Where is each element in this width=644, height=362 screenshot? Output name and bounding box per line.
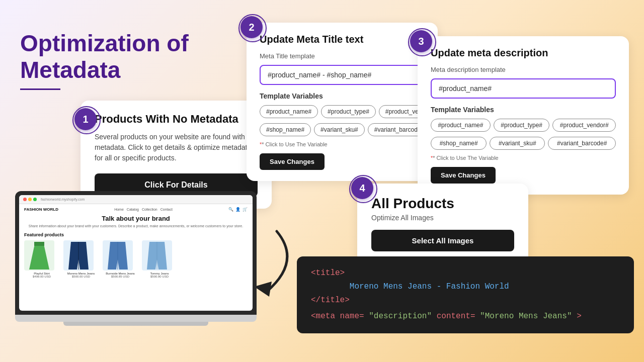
jeans-light-svg: [147, 242, 167, 269]
code-attr-val-name: "description": [369, 312, 432, 321]
step-2-badge: 2: [240, 16, 263, 38]
nav-home: Home: [114, 208, 124, 211]
title-underline: [20, 88, 60, 90]
product-img-1: [24, 240, 54, 270]
template-vars-label2: Template Variables: [260, 92, 425, 100]
tag-product-type-3[interactable]: #product_type#: [494, 119, 550, 132]
browser-url: fashionworld.myshopify.com: [41, 198, 85, 201]
tag-product-type-2[interactable]: #product_type#: [321, 105, 376, 118]
desc-tags-row1: #product_name# #product_type# #product_v…: [431, 119, 616, 132]
tag-variant-sku-2[interactable]: #variant_sku#: [314, 123, 365, 136]
laptop-screen-outer: fashionworld.myshopify.com FASHION WORLD…: [15, 191, 257, 315]
tag-product-name-2[interactable]: #product_name#: [260, 105, 318, 118]
desc-tags-row2: #shop_name# #variant_sku# #variant_barco…: [431, 137, 616, 150]
card4-subtitle: Optimize All Images: [371, 214, 514, 222]
step-4-badge: 4: [351, 177, 373, 199]
tag-variant-sku-3[interactable]: #variant_sku#: [490, 137, 545, 150]
product-card-2: Moreno Mens Jeans $500.00 USD: [63, 240, 99, 278]
svg-marker-0: [254, 282, 272, 297]
card2-title: Update Meta Title text: [260, 34, 425, 45]
laptop-mockup: fashionworld.myshopify.com FASHION WORLD…: [15, 191, 257, 326]
svg-marker-1: [29, 242, 49, 269]
product-card-1: Playful Skirt $499.00 USD: [24, 240, 59, 278]
tag-variant-barcode-3[interactable]: #variant_barcode#: [548, 137, 616, 150]
nav-catalog: Catalog: [127, 208, 139, 211]
svg-rect-2: [34, 242, 44, 246]
product-price-3: $500.85 USD: [103, 275, 138, 278]
site-logo: FASHION WORLD: [24, 207, 58, 212]
main-heading-section: Optimization of Metadata: [20, 30, 231, 105]
step-1-badge: 1: [74, 108, 97, 130]
laptop-stand: [63, 322, 208, 326]
nav-collection: Collection: [142, 208, 157, 211]
card4-title: All Products: [371, 196, 514, 212]
code-title-text: Moreno Mens Jeans - Fashion World: [311, 282, 509, 291]
code-line-3: </title>: [311, 294, 620, 307]
card-meta-desc: Update meta description Meta description…: [418, 36, 629, 195]
select-all-images-button[interactable]: Select All Images: [371, 230, 514, 251]
code-tag-open: <title>: [311, 268, 345, 278]
featured-label: Featured products: [24, 232, 248, 237]
nav-contact: Contact: [160, 208, 173, 211]
site-nav-links: Home Catalog Collection Contact: [114, 208, 173, 211]
laptop-screen-inner: fashionworld.myshopify.com FASHION WORLD…: [19, 195, 253, 311]
save-changes-button-2[interactable]: Save Changes: [260, 153, 325, 170]
laptop-base: [15, 315, 257, 322]
products-row: Playful Skirt $499.00 USD Moreno Mens Je…: [24, 240, 248, 278]
meta-desc-label: Meta description template: [431, 66, 616, 73]
code-block: <title> Moreno Mens Jeans - Fashion Worl…: [297, 256, 634, 333]
site-hero-title: Talk about your brand: [24, 215, 248, 222]
click-hint-3: ** Click to Use The Variable: [431, 155, 616, 161]
code-meta-close: >: [577, 312, 582, 321]
step-3-badge: 3: [410, 30, 432, 52]
site-hero-sub: Share information about your brand with …: [24, 224, 248, 228]
meta-desc-input[interactable]: [431, 78, 616, 99]
jeans-med-svg: [108, 242, 128, 269]
page-title: Optimization of Metadata: [20, 30, 231, 83]
meta-title-input[interactable]: [260, 65, 425, 85]
dot-red: [23, 198, 27, 201]
code-line-4: <meta name= "description" content= "More…: [311, 310, 620, 323]
card1-desc: Several products on your website are fou…: [95, 132, 258, 163]
site-content: FASHION WORLD Home Catalog Collection Co…: [19, 204, 253, 281]
product-price-1: $499.00 USD: [24, 275, 59, 278]
product-price-2: $500.00 USD: [63, 275, 99, 278]
jeans-dark-svg: [68, 242, 89, 269]
site-nav: FASHION WORLD Home Catalog Collection Co…: [24, 207, 248, 212]
tag-product-name-3[interactable]: #product_name#: [431, 119, 491, 132]
product-price-4: $500.90 USD: [142, 275, 177, 278]
account-icon: 👤: [235, 207, 240, 212]
site-nav-icons: 🔍 👤 🛒: [228, 207, 248, 212]
search-icon: 🔍: [228, 207, 233, 212]
tag-shop-name-2[interactable]: #shop_name#: [260, 123, 311, 136]
card3-title: Update meta description: [431, 47, 616, 59]
code-attr-val-content: "Moreno Mens Jeans": [480, 312, 572, 321]
code-tag-close: </title>: [311, 296, 350, 305]
product-card-4: Tommy Jeans $500.90 USD: [142, 240, 177, 278]
product-card-3: Burnside Mens Jeans $500.85 USD: [103, 240, 138, 278]
browser-dots: [23, 198, 37, 201]
template-vars-label3: Template Variables: [431, 106, 616, 114]
code-attr-content: content=: [437, 312, 475, 321]
card-all-products: All Products Optimize All Images Select …: [357, 184, 528, 263]
browser-bar: fashionworld.myshopify.com: [19, 195, 253, 204]
skirt-svg: [29, 242, 49, 269]
product-img-4: [142, 240, 172, 270]
product-img-2: [63, 240, 94, 270]
product-img-3: [103, 240, 133, 270]
code-meta-tag: <meta: [311, 312, 340, 321]
template-vars-tags-row2: #shop_name# #variant_sku# #variant_barco…: [260, 123, 425, 136]
dot-green: [33, 198, 37, 201]
tag-product-vendor-3[interactable]: #product_vendor#: [552, 119, 616, 132]
tag-shop-name-3[interactable]: #shop_name#: [431, 137, 487, 150]
card1-title: Products With No Metadata: [95, 113, 258, 126]
save-changes-button-3[interactable]: Save Changes: [431, 167, 496, 184]
code-line-2: Moreno Mens Jeans - Fashion World: [311, 280, 620, 294]
code-line-1: <title>: [311, 266, 620, 280]
template-vars-tags-row1: #product_name# #product_type# #product_v…: [260, 105, 425, 118]
click-hint-2: ** Click to Use The Variable: [260, 141, 425, 147]
meta-title-label: Meta Title template: [260, 52, 425, 60]
code-attr-name: name=: [340, 312, 364, 321]
cart-icon: 🛒: [243, 207, 248, 212]
site-hero: Talk about your brand Share information …: [24, 215, 248, 228]
